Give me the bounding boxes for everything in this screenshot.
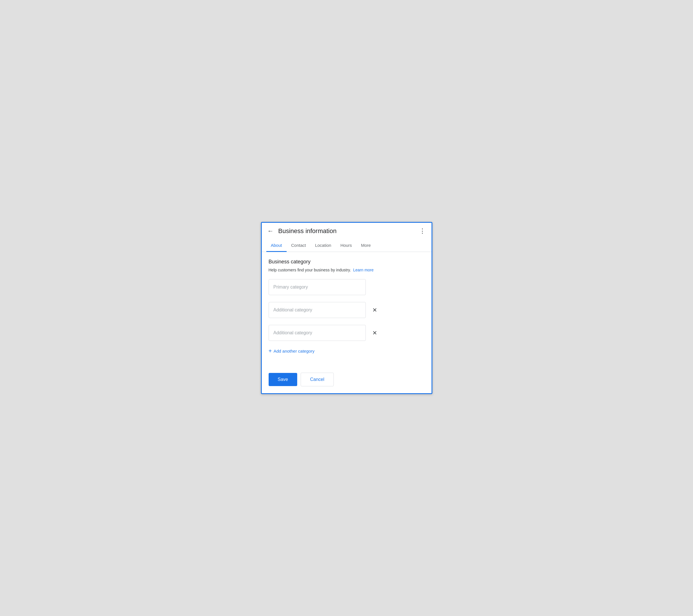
- additional-category-row-1: ✕: [269, 302, 425, 318]
- additional-category-row-2: ✕: [269, 325, 425, 341]
- additional-category-input-2[interactable]: [269, 325, 366, 341]
- section-description: Help customers find your business by ind…: [269, 268, 425, 272]
- section-title: Business category: [269, 259, 425, 265]
- more-options-button[interactable]: ⋮: [419, 227, 426, 235]
- save-button[interactable]: Save: [269, 373, 297, 386]
- tab-about[interactable]: About: [266, 239, 286, 252]
- tab-more[interactable]: More: [356, 239, 375, 252]
- content-area: Business category Help customers find yo…: [262, 252, 432, 373]
- vertical-dots-icon: ⋮: [419, 227, 426, 235]
- header: ← Business information ⋮: [262, 223, 432, 239]
- primary-category-row: [269, 279, 425, 295]
- tab-contact[interactable]: Contact: [286, 239, 311, 252]
- tab-location[interactable]: Location: [310, 239, 336, 252]
- add-another-label: Add another category: [274, 349, 314, 353]
- plus-icon: +: [269, 348, 272, 354]
- additional-category-input-1[interactable]: [269, 302, 366, 318]
- footer-actions: Save Cancel: [262, 373, 432, 393]
- clear-additional-category-2-button[interactable]: ✕: [370, 328, 379, 338]
- header-left: ← Business information: [268, 227, 337, 235]
- close-icon-1: ✕: [372, 307, 377, 313]
- tab-bar: About Contact Location Hours More: [262, 239, 432, 252]
- close-icon-2: ✕: [372, 329, 377, 336]
- back-icon: ←: [268, 227, 274, 235]
- app-container: ← Business information ⋮ About Contact L…: [261, 222, 432, 394]
- back-button[interactable]: ←: [268, 227, 274, 235]
- clear-additional-category-1-button[interactable]: ✕: [370, 305, 379, 314]
- page-title: Business information: [278, 227, 337, 235]
- learn-more-link[interactable]: Learn more: [353, 268, 374, 272]
- tab-hours[interactable]: Hours: [336, 239, 356, 252]
- cancel-button[interactable]: Cancel: [301, 373, 334, 386]
- primary-category-input[interactable]: [269, 279, 366, 295]
- add-another-category-button[interactable]: + Add another category: [269, 348, 315, 354]
